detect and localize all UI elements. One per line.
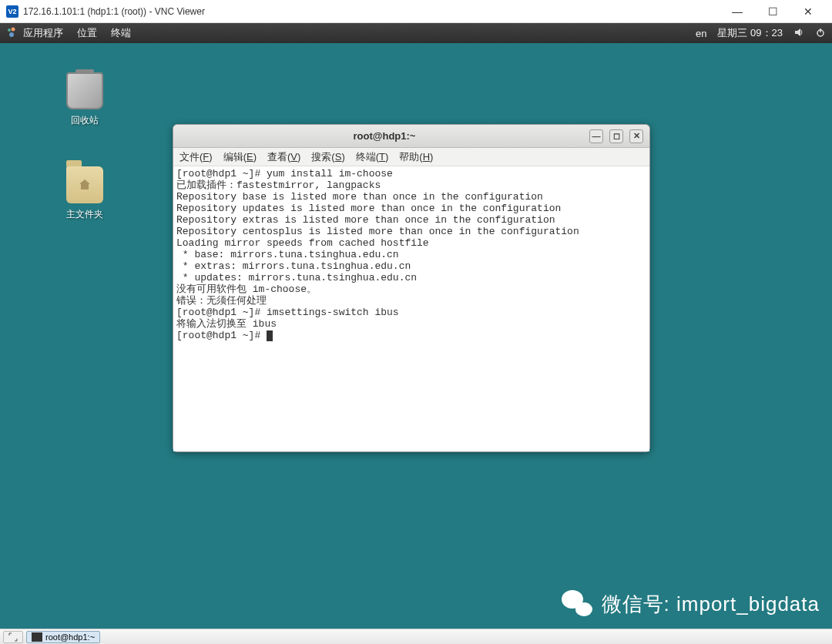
- wechat-icon: [560, 587, 594, 621]
- menu-search[interactable]: 搜索(S): [311, 150, 344, 164]
- home-label: 主文件夹: [54, 208, 116, 221]
- terminal-line: Repository extras is listed more than on…: [176, 214, 646, 226]
- terminal-titlebar[interactable]: root@hdp1:~ — ◻ ✕: [173, 125, 649, 148]
- terminal-line: 将输入法切换至 ibus: [176, 318, 646, 330]
- terminal-body[interactable]: [root@hdp1 ~]# yum install im-choose已加载插…: [173, 166, 649, 451]
- volume-icon[interactable]: [793, 27, 804, 40]
- terminal-window: root@hdp1:~ — ◻ ✕ 文件(F) 编辑(E) 查看(V) 搜索(S…: [173, 124, 650, 452]
- panel-terminal[interactable]: 终端: [111, 26, 131, 40]
- menu-edit[interactable]: 编辑(E): [223, 150, 257, 164]
- menu-file[interactable]: 文件(F): [179, 150, 213, 164]
- terminal-line: [root@hdp1 ~]# imsettings-switch ibus: [176, 307, 646, 318]
- terminal-line: * extras: mirrors.tuna.tsinghua.edu.cn: [176, 260, 646, 272]
- terminal-cursor: [267, 330, 273, 341]
- vnc-app-icon: V2: [6, 5, 18, 18]
- trash-icon: [66, 72, 103, 109]
- maximize-button[interactable]: ☐: [755, 0, 790, 23]
- close-button[interactable]: ✕: [790, 0, 826, 23]
- terminal-line: Loading mirror speeds from cached hostfi…: [176, 237, 646, 249]
- panel-clock[interactable]: 星期三 09：23: [717, 26, 783, 40]
- terminal-line: * base: mirrors.tuna.tsinghua.edu.cn: [176, 249, 646, 260]
- terminal-menubar: 文件(F) 编辑(E) 查看(V) 搜索(S) 终端(T) 帮助(H): [173, 148, 649, 166]
- terminal-line: 已加载插件：fastestmirror, langpacks: [176, 179, 646, 191]
- panel-places[interactable]: 位置: [77, 26, 97, 40]
- power-icon[interactable]: [815, 27, 826, 40]
- terminal-maximize-button[interactable]: ◻: [609, 129, 623, 143]
- vnc-window-title: 172.16.1.101:1 (hdp1:1 (root)) - VNC Vie…: [23, 6, 720, 17]
- panel-language[interactable]: en: [696, 28, 706, 39]
- panel-applications[interactable]: 应用程序: [23, 26, 63, 40]
- terminal-close-button[interactable]: ✕: [629, 129, 643, 143]
- terminal-line: Repository centosplus is listed more tha…: [176, 226, 646, 237]
- terminal-minimize-button[interactable]: —: [589, 129, 603, 143]
- folder-icon: [66, 166, 103, 203]
- terminal-line: Repository base is listed more than once…: [176, 191, 646, 203]
- watermark-text: 微信号: import_bigdata: [602, 591, 820, 618]
- taskbar-task-label: root@hdp1:~: [45, 632, 95, 642]
- svg-point-2: [9, 32, 14, 37]
- svg-point-1: [12, 28, 15, 32]
- fullscreen-toggle-button[interactable]: [3, 631, 23, 643]
- desktop-icon-home[interactable]: 主文件夹: [54, 166, 116, 221]
- terminal-line: [root@hdp1 ~]# yum install im-choose: [176, 168, 646, 179]
- desktop-icon-trash[interactable]: 回收站: [54, 72, 116, 127]
- menu-view[interactable]: 查看(V): [267, 150, 300, 164]
- gnome-logo-icon: [6, 27, 18, 39]
- taskbar-task-terminal[interactable]: root@hdp1:~: [26, 631, 100, 643]
- terminal-line: 没有可用软件包 im-choose。: [176, 283, 646, 295]
- vnc-titlebar: V2 172.16.1.101:1 (hdp1:1 (root)) - VNC …: [0, 0, 832, 23]
- minimize-button[interactable]: —: [720, 0, 755, 23]
- gnome-top-panel: 应用程序 位置 终端 en 星期三 09：23: [0, 23, 832, 43]
- terminal-line: Repository updates is listed more than o…: [176, 203, 646, 214]
- terminal-title: root@hdp1:~: [179, 130, 589, 142]
- menu-terminal[interactable]: 终端(T): [356, 150, 389, 164]
- bottom-taskbar: root@hdp1:~: [0, 629, 832, 644]
- terminal-line: * updates: mirrors.tuna.tsinghua.edu.cn: [176, 272, 646, 283]
- menu-help[interactable]: 帮助(H): [399, 150, 433, 164]
- trash-label: 回收站: [54, 114, 116, 127]
- watermark: 微信号: import_bigdata: [560, 587, 820, 621]
- terminal-task-icon: [32, 632, 42, 642]
- svg-point-0: [8, 29, 11, 32]
- terminal-line: 错误：无须任何处理: [176, 295, 646, 307]
- terminal-line: [root@hdp1 ~]#: [176, 330, 646, 341]
- desktop[interactable]: 回收站 主文件夹 root@hdp1:~ — ◻ ✕ 文件(F) 编辑(E) 查…: [0, 43, 832, 629]
